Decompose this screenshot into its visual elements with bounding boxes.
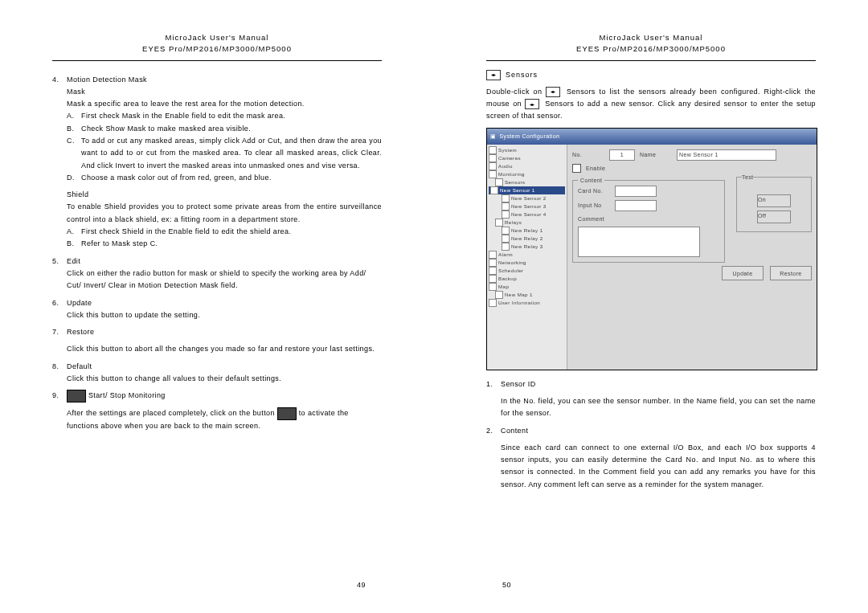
dialog-titlebar: ▣ System Configuration xyxy=(487,129,817,145)
config-dialog-figure: ▣ System Configuration System Cameras Au… xyxy=(486,128,817,370)
dialog-form: No. 1 Name New Sensor 1 Enable Content xyxy=(567,145,817,370)
sh-a: A.First check Shield in the Enable field… xyxy=(52,226,382,238)
s7-body: Click this button to abort all the chang… xyxy=(52,343,382,355)
header-line1: MicroJack User's Manual xyxy=(52,32,382,43)
s9-body: After the settings are placed completely… xyxy=(52,407,382,432)
inputno-field[interactable] xyxy=(615,200,657,211)
no-field[interactable]: 1 xyxy=(609,149,635,161)
section-r2: 2.Content xyxy=(486,425,816,437)
enable-checkbox[interactable] xyxy=(572,164,581,173)
page-number-left: 49 xyxy=(357,581,366,589)
s4-a: A.First check Mask in the Enable field t… xyxy=(52,110,382,122)
name-field[interactable]: New Sensor 1 xyxy=(677,149,776,161)
s6-body: Click this button to update the setting. xyxy=(52,309,382,321)
mask-desc: Mask a specific area to leave the rest a… xyxy=(52,98,382,110)
content-panel: Content Card No. Input No Comment xyxy=(572,180,725,264)
shield-desc: To enable Shield provides you to protect… xyxy=(52,201,382,226)
sensors-icon xyxy=(546,87,560,97)
s9-title: Start/ Stop Monitoring xyxy=(88,392,166,400)
s4-b: B.Check Show Mask to make masked area vi… xyxy=(52,123,382,135)
num: 4. xyxy=(52,74,67,86)
monitor-icon-inline xyxy=(277,407,297,420)
section-6: 6.Update xyxy=(52,297,382,309)
cardno-field[interactable] xyxy=(615,186,657,197)
on-button[interactable]: On xyxy=(757,194,791,207)
section-9: 9. Start/ Stop Monitoring xyxy=(52,390,382,403)
page-right: MicroJack User's Manual EYES Pro/MP2016/… xyxy=(434,0,868,613)
s8-body: Click this button to change all values t… xyxy=(52,373,382,385)
page-number-right: 50 xyxy=(502,581,511,589)
s5-body: Click on either the radio button for mas… xyxy=(52,268,382,292)
dialog-icon: ▣ xyxy=(490,132,496,141)
sensors-heading: Sensors xyxy=(486,69,816,81)
page-header-r: MicroJack User's Manual EYES Pro/MP2016/… xyxy=(486,32,816,61)
page-left: MicroJack User's Manual EYES Pro/MP2016/… xyxy=(0,0,434,613)
header-line2: EYES Pro/MP2016/MP3000/MP5000 xyxy=(52,43,382,55)
test-panel: Test On Off xyxy=(736,177,812,233)
mask-heading: Mask xyxy=(52,86,382,98)
restore-button[interactable]: Restore xyxy=(770,266,812,280)
s4-d: D.Choose a mask color out of from red, g… xyxy=(52,172,382,184)
section-4: 4. Motion Detection Mask xyxy=(52,74,382,86)
update-button[interactable]: Update xyxy=(722,266,764,280)
r1-body: In the No. field, you can see the sensor… xyxy=(486,395,816,420)
s4-c: C.To add or cut any masked areas, simply… xyxy=(52,135,382,172)
section-8: 8.Default xyxy=(52,361,382,373)
shield-heading: Shield xyxy=(52,189,382,201)
comment-field[interactable] xyxy=(578,227,700,257)
sh-b: B.Refer to Mask step C. xyxy=(52,238,382,250)
sensors-paragraph: Double-click on Sensors to list the sens… xyxy=(486,86,816,123)
section-7: 7.Restore xyxy=(52,326,382,338)
off-button[interactable]: Off xyxy=(757,210,791,223)
section-4-title: Motion Detection Mask xyxy=(67,74,382,86)
sensors-icon xyxy=(525,99,539,109)
monitor-icon xyxy=(67,390,86,403)
r2-body: Since each card can connect to one exter… xyxy=(486,442,816,491)
dialog-tree[interactable]: System Cameras Audio Monitoring Sensors … xyxy=(487,145,567,370)
sensors-icon xyxy=(486,70,501,80)
section-r1: 1.Sensor ID xyxy=(486,378,816,390)
page-header: MicroJack User's Manual EYES Pro/MP2016/… xyxy=(52,32,382,61)
page-left-body: 4. Motion Detection Mask Mask Mask a spe… xyxy=(52,69,382,590)
page-right-body: Sensors Double-click on Sensors to list … xyxy=(486,69,816,590)
section-5: 5.Edit xyxy=(52,255,382,268)
